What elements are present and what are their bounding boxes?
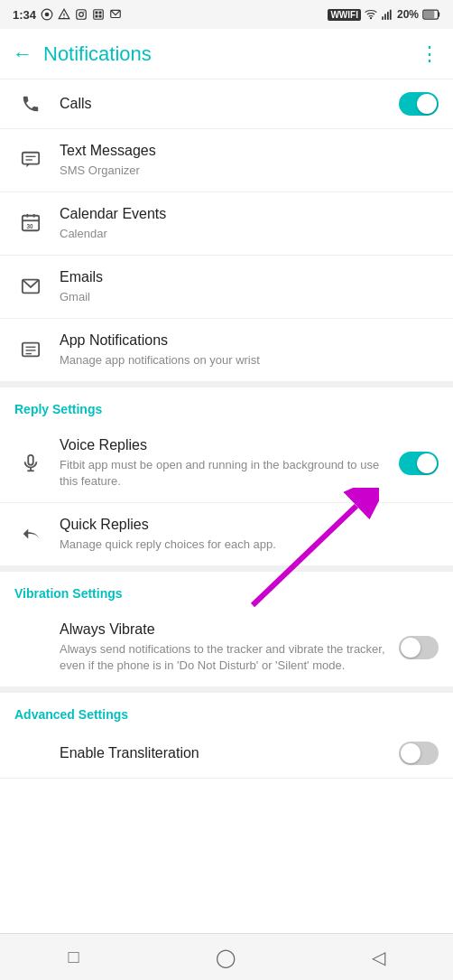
calendar-icon: 30 [14, 213, 47, 233]
setting-item-calls[interactable]: Calls [0, 79, 453, 129]
wifi-icon [365, 8, 377, 21]
app-notifications-text: App Notifications Manage app notificatio… [60, 331, 439, 369]
back-button[interactable]: ← [13, 44, 32, 64]
advanced-settings-header: Advanced Settings [0, 687, 453, 729]
emails-title: Emails [60, 268, 439, 287]
calls-toggle[interactable] [399, 92, 439, 116]
battery-percent: 20% [397, 8, 419, 21]
svg-rect-8 [96, 12, 98, 14]
svg-rect-19 [439, 13, 440, 17]
status-bar: 1:34 WWIFI 20% [0, 0, 453, 29]
location-icon [41, 8, 53, 21]
svg-point-1 [45, 13, 50, 17]
signal-icon [381, 8, 393, 21]
setting-item-always-vibrate[interactable]: Always Vibrate Always send notifications… [0, 608, 453, 687]
svg-rect-16 [387, 12, 389, 20]
bottom-nav: □ ◯ ◁ [0, 933, 453, 980]
more-options-button[interactable]: ⋮ [420, 42, 440, 66]
svg-rect-10 [96, 15, 98, 18]
calendar-events-subtitle: Calendar [60, 226, 439, 242]
svg-point-3 [63, 17, 64, 18]
message-icon [109, 8, 122, 21]
enable-transliteration-title: Enable Transliteration [60, 744, 390, 763]
svg-text:30: 30 [26, 224, 33, 230]
setting-item-voice-replies[interactable]: Voice Replies Fitbit app must be open an… [0, 424, 453, 503]
page-title: Notifications [43, 42, 420, 66]
quick-replies-title: Quick Replies [60, 516, 439, 535]
setting-item-enable-transliteration[interactable]: Enable Transliteration [0, 729, 453, 779]
calls-toggle-switch[interactable] [399, 92, 439, 116]
svg-point-13 [370, 17, 372, 19]
always-vibrate-toggle-switch[interactable] [399, 636, 439, 659]
enable-transliteration-toggle[interactable] [399, 742, 439, 765]
svg-rect-20 [424, 11, 435, 18]
gallery-icon [92, 8, 105, 21]
always-vibrate-toggle-knob [401, 638, 421, 658]
svg-point-5 [79, 13, 84, 17]
status-time-area: 1:34 [13, 8, 122, 22]
calendar-events-text: Calendar Events Calendar [60, 205, 439, 242]
app-notifications-title: App Notifications [60, 331, 439, 350]
voice-replies-text: Voice Replies Fitbit app must be open an… [60, 436, 390, 490]
svg-rect-34 [28, 454, 33, 464]
enable-transliteration-toggle-switch[interactable] [399, 742, 439, 765]
alert-icon [58, 8, 70, 21]
instagram-icon [75, 8, 88, 21]
status-time: 1:34 [13, 8, 36, 22]
vibration-settings-header: Vibration Settings [0, 566, 453, 608]
voice-replies-toggle[interactable] [399, 452, 439, 475]
svg-rect-4 [77, 10, 87, 20]
svg-rect-21 [23, 153, 39, 164]
svg-rect-11 [99, 15, 102, 18]
always-vibrate-text: Always Vibrate Always send notifications… [60, 621, 390, 674]
emails-text: Emails Gmail [60, 268, 439, 305]
calls-toggle-knob [417, 94, 437, 114]
voice-replies-title: Voice Replies [60, 436, 390, 455]
calls-text: Calls [60, 95, 390, 114]
nav-back-button[interactable]: ◁ [372, 947, 385, 968]
voice-replies-subtitle: Fitbit app must be open and running in t… [60, 457, 390, 490]
setting-item-app-notifications[interactable]: App Notifications Manage app notificatio… [0, 319, 453, 382]
quick-replies-subtitle: Manage quick reply choices for each app. [60, 537, 439, 553]
battery-icon [422, 9, 440, 20]
settings-list: Calls Text Messages SMS Organizer 30 Cal… [0, 79, 453, 779]
always-vibrate-title: Always Vibrate [60, 621, 390, 639]
phone-icon [14, 94, 47, 114]
reply-icon [14, 525, 47, 545]
text-messages-title: Text Messages [60, 142, 439, 161]
wifi-label: WWIFI [328, 9, 361, 21]
voice-replies-toggle-knob [417, 453, 437, 473]
app-notif-icon [14, 340, 47, 359]
mic-icon [14, 453, 47, 473]
always-vibrate-toggle[interactable] [399, 636, 439, 659]
app-notifications-subtitle: Manage app notifications on your wrist [60, 352, 439, 369]
quick-replies-text: Quick Replies Manage quick reply choices… [60, 516, 439, 553]
text-messages-text: Text Messages SMS Organizer [60, 142, 439, 179]
voice-replies-toggle-switch[interactable] [399, 452, 439, 475]
enable-transliteration-text: Enable Transliteration [60, 744, 390, 763]
status-right-area: WWIFI 20% [328, 8, 440, 21]
nav-circle-button[interactable]: ◯ [216, 947, 236, 968]
svg-rect-9 [99, 12, 102, 14]
text-message-icon [14, 150, 47, 170]
top-bar: ← Notifications ⋮ [0, 29, 453, 79]
text-messages-subtitle: SMS Organizer [60, 163, 439, 179]
always-vibrate-subtitle: Always send notifications to the tracker… [60, 641, 390, 674]
setting-item-text-messages[interactable]: Text Messages SMS Organizer [0, 129, 453, 192]
setting-item-emails[interactable]: Emails Gmail [0, 256, 453, 319]
calls-title: Calls [60, 95, 390, 114]
svg-rect-17 [390, 10, 392, 20]
nav-square-button[interactable]: □ [68, 947, 79, 967]
svg-rect-15 [384, 14, 386, 19]
calendar-events-title: Calendar Events [60, 205, 439, 224]
setting-item-calendar-events[interactable]: 30 Calendar Events Calendar [0, 192, 453, 256]
svg-rect-7 [94, 10, 104, 20]
svg-rect-14 [382, 16, 384, 20]
emails-subtitle: Gmail [60, 289, 439, 305]
email-icon [14, 276, 47, 296]
reply-settings-header: Reply Settings [0, 382, 453, 424]
enable-transliteration-toggle-knob [401, 743, 421, 763]
setting-item-quick-replies[interactable]: Quick Replies Manage quick reply choices… [0, 503, 453, 566]
svg-point-6 [83, 11, 84, 12]
